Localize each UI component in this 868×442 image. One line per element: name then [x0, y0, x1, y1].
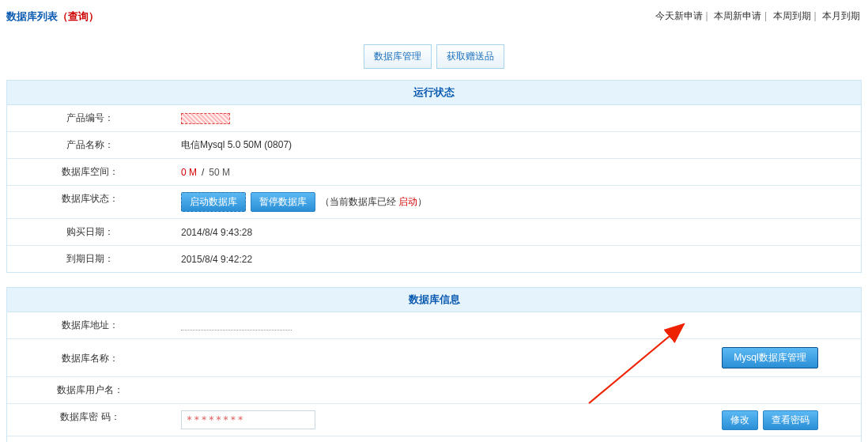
value-db-name [173, 339, 679, 376]
label-product-name: 产品名称： [7, 132, 173, 158]
db-pass-input[interactable]: ******** [181, 410, 315, 429]
label-db-space: 数据库空间： [7, 159, 173, 185]
note-post: ） [417, 196, 427, 207]
value-expire-date: 2015/8/4 9:42:22 [173, 246, 861, 272]
redacted-db-name [181, 353, 252, 363]
start-db-button[interactable]: 启动数据库 [181, 192, 246, 212]
note-pre: （当前数据库已经 [320, 196, 398, 207]
link-week-new[interactable]: 本周新申请 [714, 10, 761, 21]
note-status: 启动 [398, 196, 417, 207]
label-db-status: 数据库状态： [7, 186, 173, 218]
get-gift-button[interactable]: 获取赠送品 [436, 44, 504, 69]
label-product-id: 产品编号： [7, 105, 173, 131]
db-manage-button[interactable]: 数据库管理 [364, 44, 432, 69]
view-pass-button[interactable]: 查看密码 [763, 410, 818, 430]
info-panel-heading: 数据库信息 [7, 288, 861, 312]
page-title: 数据库列表（查询） [6, 9, 99, 24]
db-space-used: 0 M [181, 167, 197, 178]
top-links: 今天新申请| 本周新申请| 本周到期| 本月到期 [654, 9, 862, 24]
link-today-new[interactable]: 今天新申请 [655, 10, 703, 21]
db-space-sep: / [202, 167, 204, 178]
mysql-manage-button[interactable]: Mysql数据库管理 [722, 347, 817, 368]
value-db-user [173, 377, 861, 403]
value-product-name: 电信Mysql 5.0 50M (0807) [173, 132, 861, 158]
query-link[interactable]: 查询 [68, 10, 89, 22]
label-buy-date: 购买日期： [7, 219, 173, 245]
redacted-db-user [181, 386, 252, 395]
status-panel-heading: 运行状态 [7, 81, 861, 105]
paren-close: ） [89, 10, 99, 22]
label-help [7, 436, 173, 442]
status-panel: 运行状态 产品编号： 产品名称： 电信Mysql 5.0 50M (0807) … [6, 80, 862, 273]
label-db-pass: 数据库密 码： [7, 404, 173, 436]
db-status-note: （当前数据库已经 启动） [320, 195, 427, 209]
title-main: 数据库列表 [6, 10, 58, 22]
label-expire-date: 到期日期： [7, 246, 173, 272]
modify-pass-button[interactable]: 修改 [722, 410, 758, 430]
value-product-id [173, 105, 861, 131]
value-db-addr [173, 312, 861, 338]
pause-db-button[interactable]: 暂停数据库 [251, 192, 315, 212]
paren-open: （ [58, 10, 68, 22]
info-panel: 数据库信息 数据库地址： 数据库名称： Mysql数据库管理 数据库用户名： 数… [6, 287, 862, 442]
value-buy-date: 2014/8/4 9:43:28 [173, 219, 861, 245]
redacted-product-id [181, 113, 230, 124]
label-db-name: 数据库名称： [7, 339, 173, 376]
redacted-db-addr [181, 321, 292, 331]
link-week-expire[interactable]: 本周到期 [773, 10, 811, 21]
link-month-expire[interactable]: 本月到期 [822, 10, 860, 21]
db-space-total: 50 M [209, 167, 230, 178]
label-db-user: 数据库用户名： [7, 377, 173, 403]
label-db-addr: 数据库地址： [7, 312, 173, 338]
help-text: 数据库密码仅支持字母、数字、下划线，长度6-15位 修改数据库密码后,新密码立即… [173, 436, 491, 442]
value-db-space: 0 M / 50 M [173, 159, 861, 185]
